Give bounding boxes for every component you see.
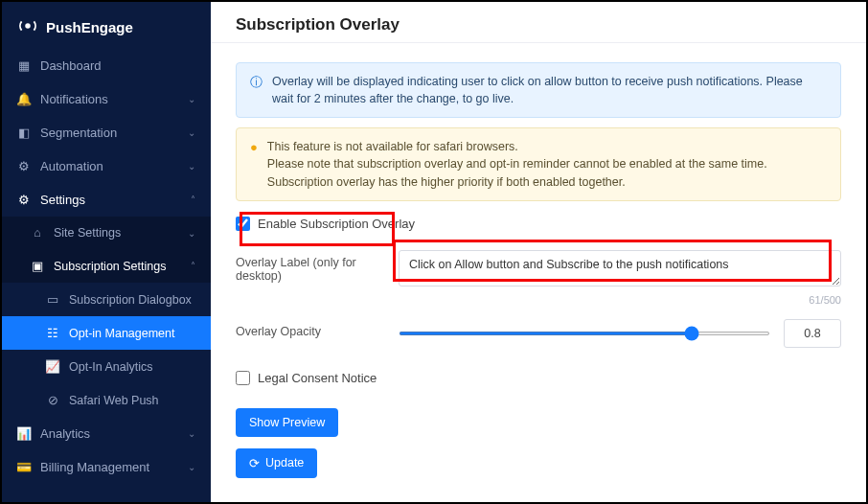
- sidebar-item-optin-management[interactable]: ☷Opt-in Management: [2, 316, 211, 350]
- info-alert: ⓘ Overlay will be displayed indicating u…: [236, 62, 841, 118]
- chevron-down-icon: ⌄: [188, 228, 195, 239]
- legal-consent-row: Legal Consent Notice: [236, 365, 841, 391]
- update-button[interactable]: ⟳ Update: [236, 448, 317, 478]
- enable-overlay-label: Enable Subscription Overlay: [258, 217, 415, 231]
- subscription-icon: ▣: [31, 259, 44, 273]
- sidebar-item-automation[interactable]: ⚙Automation ⌄: [2, 149, 211, 183]
- opacity-row: Overlay Opacity: [236, 319, 841, 348]
- info-alert-text: Overlay will be displayed indicating use…: [272, 73, 827, 107]
- enable-overlay-checkbox[interactable]: [236, 217, 250, 231]
- sidebar-item-label: Subscription Settings: [54, 260, 166, 273]
- site-icon: ⌂: [31, 226, 44, 240]
- sidebar-item-label: Site Settings: [54, 226, 121, 240]
- sidebar-item-analytics[interactable]: 📊Analytics ⌄: [2, 417, 211, 450]
- info-icon: ⓘ: [250, 74, 263, 107]
- sidebar-item-label: Opt-In Analytics: [69, 360, 153, 374]
- enable-overlay-row: Enable Subscription Overlay: [236, 211, 841, 237]
- char-counter: 61/500: [399, 294, 841, 306]
- chevron-up-icon: ˄: [191, 195, 195, 205]
- sidebar-item-notifications[interactable]: 🔔Notifications ⌄: [2, 82, 211, 116]
- sidebar-item-site-settings[interactable]: ⌂Site Settings ⌄: [2, 217, 211, 249]
- segment-icon: ◧: [17, 126, 31, 140]
- dashboard-icon: ▦: [17, 58, 31, 73]
- sidebar-item-label: Opt-in Management: [69, 327, 174, 340]
- opacity-value-input[interactable]: [784, 319, 841, 348]
- dialog-icon: ▭: [46, 292, 59, 307]
- sidebar-item-label: Subscription Dialogbox: [69, 293, 192, 307]
- sidebar-item-optin-analytics[interactable]: 📈Opt-In Analytics: [2, 350, 211, 383]
- analytics2-icon: 📈: [46, 359, 59, 374]
- sidebar-item-segmentation[interactable]: ◧Segmentation ⌄: [2, 116, 211, 149]
- sidebar-item-label: Notifications: [40, 92, 108, 106]
- show-preview-button[interactable]: Show Preview: [236, 408, 338, 437]
- sidebar-item-label: Safari Web Push: [69, 394, 159, 407]
- sidebar-item-label: Automation: [40, 159, 103, 173]
- brand: PushEngage: [2, 2, 211, 49]
- chevron-down-icon: ⌄: [188, 428, 195, 439]
- bell-icon: 🔔: [17, 92, 31, 106]
- optin-icon: ☷: [46, 326, 59, 340]
- warning-alert: ● This feature is not available for safa…: [236, 127, 841, 200]
- overlay-label-input[interactable]: [399, 250, 841, 286]
- chevron-down-icon: ⌄: [188, 462, 195, 472]
- warning-alert-text: This feature is not available for safari…: [267, 138, 827, 190]
- opacity-label: Overlay Opacity: [236, 319, 379, 338]
- brand-label: PushEngage: [46, 19, 133, 35]
- svg-point-0: [25, 23, 31, 29]
- overlay-label-caption: Overlay Label (only for desktop): [236, 250, 379, 283]
- update-icon: ⟳: [249, 456, 260, 470]
- sidebar-item-safari-web-push[interactable]: ⊘Safari Web Push: [2, 383, 211, 417]
- chevron-down-icon: ⌄: [188, 161, 195, 172]
- divider: [211, 42, 866, 43]
- chevron-down-icon: ⌄: [188, 127, 195, 138]
- automation-icon: ⚙: [17, 159, 31, 173]
- sidebar-item-label: Analytics: [40, 426, 90, 441]
- sidebar: PushEngage ▦Dashboard 🔔Notifications ⌄ ◧…: [2, 2, 211, 502]
- sidebar-item-label: Dashboard: [40, 58, 102, 73]
- chevron-up-icon: ˄: [191, 261, 195, 271]
- main-content: Subscription Overlay ⓘ Overlay will be d…: [211, 2, 866, 502]
- show-preview-label: Show Preview: [249, 416, 325, 429]
- legal-consent-label: Legal Consent Notice: [258, 371, 377, 385]
- sidebar-item-billing[interactable]: 💳Billing Management ⌄: [2, 450, 211, 484]
- sidebar-item-subscription-dialogbox[interactable]: ▭Subscription Dialogbox: [2, 283, 211, 316]
- overlay-label-row: Overlay Label (only for desktop) 61/500: [236, 250, 841, 306]
- brand-icon: [17, 15, 38, 39]
- sidebar-item-dashboard[interactable]: ▦Dashboard: [2, 49, 211, 82]
- page-title: Subscription Overlay: [236, 15, 841, 34]
- chevron-down-icon: ⌄: [188, 94, 195, 104]
- sidebar-item-subscription-settings[interactable]: ▣Subscription Settings ˄: [2, 249, 211, 283]
- legal-consent-checkbox[interactable]: [236, 371, 250, 385]
- opacity-slider[interactable]: [399, 332, 770, 335]
- sidebar-item-label: Segmentation: [40, 126, 117, 140]
- warning-icon: ●: [250, 139, 258, 190]
- billing-icon: 💳: [17, 460, 31, 474]
- gear-icon: ⚙: [17, 193, 31, 207]
- safari-icon: ⊘: [46, 393, 59, 407]
- sidebar-item-label: Settings: [40, 193, 85, 207]
- sidebar-item-settings[interactable]: ⚙Settings ˄: [2, 183, 211, 217]
- sidebar-item-label: Billing Management: [40, 460, 149, 474]
- update-label: Update: [265, 456, 304, 470]
- analytics-icon: 📊: [17, 426, 31, 441]
